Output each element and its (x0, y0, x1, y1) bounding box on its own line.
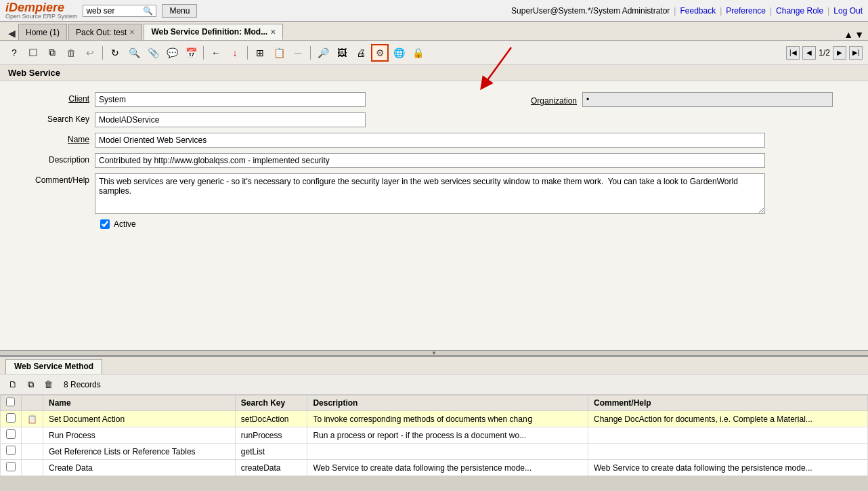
calendar-button[interactable]: 📅 (182, 44, 200, 62)
client-field[interactable] (95, 92, 366, 107)
new2-button[interactable]: 🖼 (333, 44, 351, 62)
img-button[interactable]: 🖨 (352, 44, 370, 62)
row-searchkey: setDocAction (235, 411, 307, 427)
tab-nav-left[interactable]: ◀ (5, 26, 18, 40)
tabs-bar: ◀ Home (1) Pack Out: test ✕ Web Service … (0, 22, 868, 41)
sep4 (310, 46, 311, 60)
calendar-icon: 📅 (186, 47, 197, 58)
delete-row-button[interactable]: 🗑 (41, 377, 56, 392)
logo-sub: Open Source ERP System (5, 14, 77, 20)
tab-scroll-down[interactable]: ▼ (854, 29, 864, 40)
tab-wsdef[interactable]: Web Service Definition: Mod... ✕ (144, 24, 283, 40)
tab-wsdef-label: Web Service Definition: Mod... (151, 27, 267, 37)
prev-button[interactable]: ← (207, 44, 225, 62)
bottom-panel: Web Service Method 🗋 ⧉ 🗑 8 Records (0, 356, 868, 491)
name-field[interactable] (95, 133, 765, 148)
new-button[interactable]: □ (24, 44, 42, 62)
copy-row-icon: ⧉ (28, 379, 34, 390)
row-description: Run a process or report - if the process… (307, 427, 588, 444)
change-role-link[interactable]: Change Role (776, 6, 823, 16)
bottom-tab-wsmethod[interactable]: Web Service Method (5, 359, 102, 374)
col-header-checkbox (1, 396, 22, 411)
attach-button[interactable]: 📎 (144, 44, 162, 62)
comment-row: Comment/Help This web services are very … (14, 173, 854, 214)
table-scroll[interactable]: Name Search Key Description Comment/Help (0, 395, 868, 491)
toolbar-right: |◀ ◀ 1/2 ▶ ▶| (786, 46, 863, 60)
row-name: Run Process (43, 427, 236, 444)
tab-pack-close[interactable]: ✕ (129, 28, 135, 36)
active-checkbox[interactable] (100, 219, 110, 229)
main-toolbar: ? □ ⧉ 🗑 ↩ ↻ 🔍 📎 💬 📅 ← (0, 41, 868, 65)
top-bar-left: iDempiere Open Source ERP System 🔍 Menu (5, 1, 197, 20)
form-button[interactable]: 📋 (270, 44, 288, 62)
col-header-name: Name (43, 396, 236, 411)
refresh-button[interactable]: ↻ (106, 44, 124, 62)
search-icon: 🔍 (143, 6, 153, 16)
tab-home[interactable]: Home (1) (18, 24, 67, 40)
col-header-searchkey: Search Key (235, 396, 307, 411)
select-all-checkbox[interactable] (6, 398, 15, 406)
last-page-button[interactable]: ▶| (849, 46, 863, 60)
col-header-icon (22, 396, 43, 411)
help-button[interactable]: ? (5, 44, 23, 62)
gear-button[interactable]: ⚙ (371, 44, 389, 62)
row-checkbox[interactable] (6, 413, 16, 423)
first-page-button[interactable]: |◀ (786, 46, 800, 60)
down-button[interactable]: ↓ (226, 44, 244, 62)
row-description: To invoke corresponding methods of docum… (307, 411, 588, 427)
logout-link[interactable]: Log Out (833, 6, 863, 16)
table-row[interactable]: Run Process runProcess Run a process or … (1, 427, 868, 444)
tab-wsdef-close[interactable]: ✕ (270, 28, 276, 36)
feedback-link[interactable]: Feedback (680, 6, 716, 16)
page-nav: |◀ ◀ 1/2 ▶ ▶| (786, 46, 863, 60)
splitter[interactable] (0, 350, 868, 356)
tab-pack[interactable]: Pack Out: test ✕ (68, 24, 142, 40)
new2-icon: 🖼 (337, 47, 347, 58)
form-area: Client Organization Search Key (0, 81, 868, 350)
tab-scroll-up[interactable]: ▲ (844, 29, 853, 40)
row-icon-cell (22, 444, 43, 460)
table-row[interactable]: Create Data createData Web Service to cr… (1, 460, 868, 476)
row-comment: Change DocAction for documents, i.e. Com… (588, 411, 868, 427)
search-input[interactable] (86, 6, 140, 16)
searchkey-field[interactable] (95, 112, 366, 127)
row-checkbox[interactable] (6, 462, 16, 471)
refresh-icon: ↻ (111, 47, 119, 58)
search-box[interactable]: 🔍 (83, 5, 156, 17)
row-checkbox[interactable] (6, 446, 16, 455)
row-checkbox[interactable] (6, 429, 16, 439)
new-row-button[interactable]: 🗋 (5, 377, 20, 392)
table-row[interactable]: 📋 Set Document Action setDocAction To in… (1, 411, 868, 427)
new-icon: □ (30, 45, 37, 60)
preference-link[interactable]: Preference (726, 6, 766, 16)
copy-button[interactable]: ⧉ (43, 44, 61, 62)
web-button[interactable]: 🌐 (390, 44, 408, 62)
note-button[interactable]: 💬 (163, 44, 181, 62)
undo-button[interactable]: ↩ (81, 44, 99, 62)
org-input[interactable] (582, 92, 833, 107)
find2-icon: 🔎 (318, 47, 329, 58)
org-label: Organization (501, 94, 582, 106)
sep3 (247, 46, 248, 60)
menu-button[interactable]: Menu (162, 4, 197, 18)
next-page-button[interactable]: ▶ (833, 46, 846, 60)
quick-button[interactable]: ─ (289, 44, 307, 62)
find-button[interactable]: 🔍 (125, 44, 143, 62)
help-icon: ? (12, 47, 17, 58)
searchkey-row: Search Key (14, 112, 854, 127)
description-field[interactable] (95, 153, 765, 168)
logo: iDempiere Open Source ERP System (5, 1, 77, 20)
row-detail-icon: 📋 (27, 414, 37, 424)
prev-page-button[interactable]: ◀ (802, 46, 816, 60)
lock-button[interactable]: 🔒 (409, 44, 427, 62)
quick-icon: ─ (295, 47, 301, 58)
note-icon: 💬 (167, 47, 178, 58)
col-header-description: Description (307, 396, 588, 411)
grid-button[interactable]: ⊞ (251, 44, 269, 62)
delete-button[interactable]: 🗑 (62, 44, 80, 62)
table-row[interactable]: Get Reference Lists or Reference Tables … (1, 444, 868, 460)
commenthelp-field[interactable]: This web services are very generic - so … (95, 173, 765, 214)
find2-button[interactable]: 🔎 (314, 44, 332, 62)
copy-row-button[interactable]: ⧉ (23, 377, 38, 392)
client-label: Client (14, 92, 95, 104)
